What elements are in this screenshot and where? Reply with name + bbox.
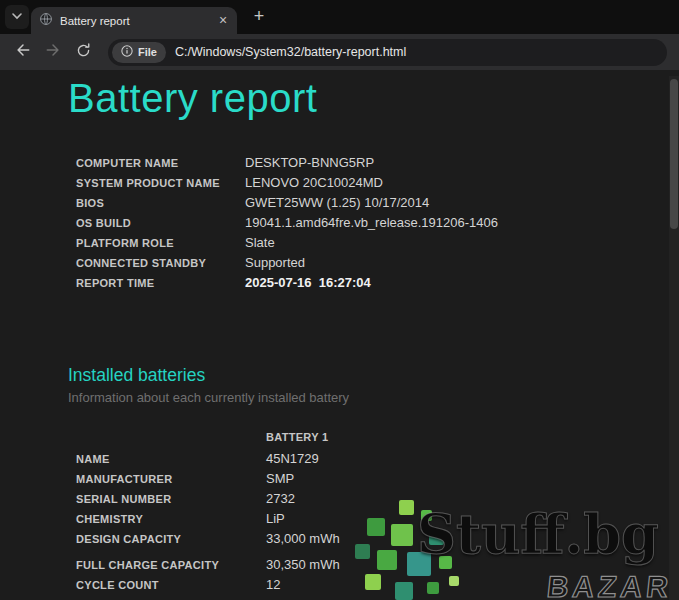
- row-label: CYCLE COUNT: [76, 575, 266, 595]
- row-label: DESIGN CAPACITY: [76, 529, 266, 549]
- forward-arrow-icon: [44, 41, 62, 63]
- row-label: COMPUTER NAME: [76, 153, 245, 173]
- page-favicon-icon: [39, 12, 53, 30]
- installed-batteries-heading: Installed batteries: [68, 365, 679, 386]
- row-value: 19041.1.amd64fre.vb_release.191206-1406: [245, 213, 498, 233]
- row-value: SMP: [266, 469, 294, 489]
- table-row: COMPUTER NAME DESKTOP-BNNG5RP: [76, 153, 679, 173]
- tab-title: Battery report: [60, 15, 208, 27]
- row-value: DESKTOP-BNNG5RP: [245, 153, 374, 173]
- row-label: NAME: [76, 449, 266, 469]
- tab-close-icon[interactable]: ×: [215, 13, 231, 29]
- table-row: CHEMISTRY LiP: [76, 509, 679, 529]
- browser-tab[interactable]: Battery report ×: [31, 7, 237, 34]
- row-label: SERIAL NUMBER: [76, 489, 266, 509]
- table-row: PLATFORM ROLE Slate: [76, 233, 679, 253]
- back-button[interactable]: [10, 39, 36, 65]
- forward-button[interactable]: [40, 39, 66, 65]
- reload-button[interactable]: [70, 39, 96, 65]
- site-info-label: File: [138, 46, 157, 58]
- row-label: MANUFACTURER: [76, 469, 266, 489]
- tab-search-button[interactable]: [5, 5, 29, 29]
- table-row: DESIGN CAPACITY 33,000 mWh: [76, 529, 679, 549]
- table-row: OS BUILD 19041.1.amd64fre.vb_release.191…: [76, 213, 679, 233]
- row-value: Slate: [245, 233, 275, 253]
- table-row: FULL CHARGE CAPACITY 30,350 mWh: [76, 555, 679, 575]
- row-value: 2732: [266, 489, 295, 509]
- address-bar[interactable]: File C:/Windows/System32/battery-report.…: [108, 39, 667, 66]
- table-row: CYCLE COUNT 12: [76, 575, 679, 595]
- row-label: CONNECTED STANDBY: [76, 253, 245, 273]
- row-label: BIOS: [76, 193, 245, 213]
- battery-table: BATTERY 1 NAME 45N1729 MANUFACTURER SMP …: [76, 427, 679, 595]
- row-value: 12: [266, 575, 280, 595]
- row-value: GWET25WW (1.25) 10/17/2014: [245, 193, 429, 213]
- reload-icon: [75, 42, 92, 63]
- battery-table-header: BATTERY 1: [76, 427, 679, 447]
- scrollbar-thumb[interactable]: [670, 79, 678, 229]
- table-row: REPORT TIME 2025-07-16 16:27:04: [76, 273, 679, 293]
- report-time-value: 2025-07-16 16:27:04: [245, 273, 371, 293]
- new-tab-button[interactable]: +: [247, 5, 271, 29]
- vertical-scrollbar[interactable]: [669, 76, 679, 600]
- table-row: BIOS GWET25WW (1.25) 10/17/2014: [76, 193, 679, 213]
- header-spacer: [76, 427, 266, 447]
- row-value: LENOVO 20C10024MD: [245, 173, 383, 193]
- row-label: REPORT TIME: [76, 273, 245, 293]
- row-value: 33,000 mWh: [266, 529, 340, 549]
- row-label: CHEMISTRY: [76, 509, 266, 529]
- row-value: 30,350 mWh: [266, 555, 340, 575]
- row-value: Supported: [245, 253, 305, 273]
- row-label: PLATFORM ROLE: [76, 233, 245, 253]
- row-value: 45N1729: [266, 449, 319, 469]
- back-arrow-icon: [14, 41, 32, 63]
- table-row: SERIAL NUMBER 2732: [76, 489, 679, 509]
- table-row: CONNECTED STANDBY Supported: [76, 253, 679, 273]
- table-row: MANUFACTURER SMP: [76, 469, 679, 489]
- info-icon: [121, 45, 133, 59]
- row-label: SYSTEM PRODUCT NAME: [76, 173, 245, 193]
- table-row: NAME 45N1729: [76, 449, 679, 469]
- system-info-table: COMPUTER NAME DESKTOP-BNNG5RP SYSTEM PRO…: [76, 153, 679, 293]
- row-label: OS BUILD: [76, 213, 245, 233]
- navigation-bar: File C:/Windows/System32/battery-report.…: [0, 34, 679, 70]
- row-label: FULL CHARGE CAPACITY: [76, 555, 266, 575]
- page-title: Battery report: [68, 76, 679, 121]
- chevron-down-icon: [11, 8, 23, 26]
- installed-batteries-subtitle: Information about each currently install…: [68, 390, 679, 405]
- url-text[interactable]: C:/Windows/System32/battery-report.html: [175, 45, 406, 59]
- row-value: LiP: [266, 509, 285, 529]
- battery-column-header: BATTERY 1: [266, 427, 328, 447]
- page-content: Battery report COMPUTER NAME DESKTOP-BNN…: [0, 76, 679, 600]
- table-row: SYSTEM PRODUCT NAME LENOVO 20C10024MD: [76, 173, 679, 193]
- site-info-chip[interactable]: File: [112, 42, 166, 63]
- tab-strip: Battery report × +: [0, 0, 679, 34]
